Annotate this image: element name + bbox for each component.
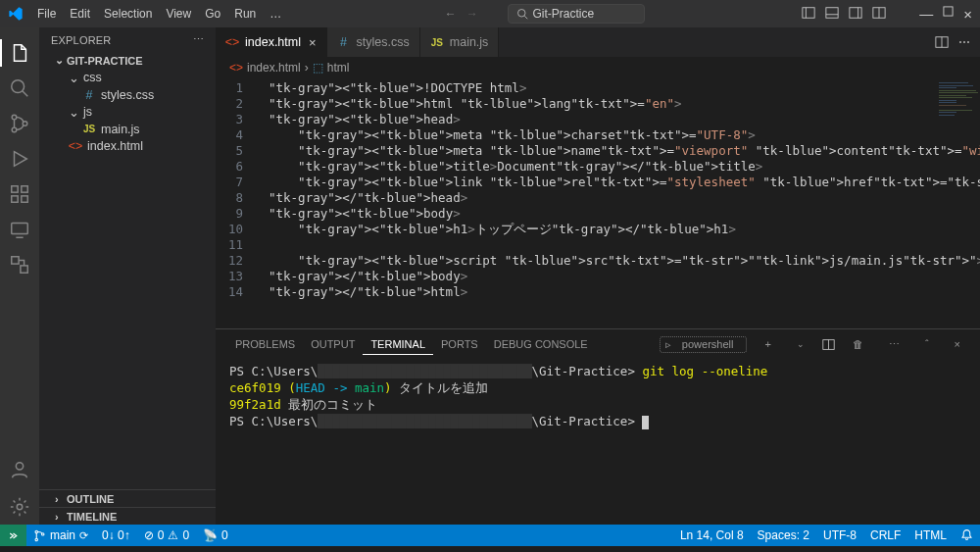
panel-close-icon[interactable]: ×: [947, 334, 968, 354]
status-sync[interactable]: 0↓ 0↑: [95, 525, 137, 546]
status-indent[interactable]: Spaces: 2: [751, 528, 816, 542]
terminal-dropdown-icon[interactable]: ⌄: [789, 335, 812, 353]
panel-tab-debug[interactable]: DEBUG CONSOLE: [486, 334, 596, 354]
window-maximize-icon[interactable]: [943, 6, 954, 17]
term-obscured: █████████████████████████████: [318, 364, 531, 378]
customize-layout-icon[interactable]: [872, 6, 886, 20]
layout-panel-icon[interactable]: [825, 6, 839, 20]
menu-file[interactable]: File: [31, 3, 62, 25]
folder-css[interactable]: ⌄css: [39, 69, 216, 86]
term-cmd: git log --oneline: [642, 364, 767, 378]
svg-rect-2: [803, 7, 814, 18]
menu-edit[interactable]: Edit: [64, 3, 96, 25]
folder-label: css: [83, 71, 102, 84]
breadcrumb-node: html: [327, 61, 350, 75]
command-center[interactable]: Git-Practice: [508, 4, 645, 24]
status-cursor-pos[interactable]: Ln 14, Col 8: [673, 528, 751, 542]
folder-js[interactable]: ⌄js: [39, 103, 216, 121]
term-msg: 最初のコミット: [288, 397, 377, 412]
panel: PROBLEMS OUTPUT TERMINAL PORTS DEBUG CON…: [216, 328, 980, 525]
term-suffix: \Git-Practice>: [532, 364, 635, 378]
project-name: GIT-PRACTICE: [67, 55, 143, 67]
js-file-icon: JS: [82, 124, 96, 134]
window-minimize-icon[interactable]: —: [919, 6, 933, 23]
file-styles-css[interactable]: #styles.css: [39, 86, 216, 103]
activity-search-icon[interactable]: [8, 76, 31, 100]
tab-index-html[interactable]: <>index.html×: [216, 27, 327, 57]
statusbar: main⟳ 0↓ 0↑ ⊘0 ⚠0 📡0 Ln 14, Col 8 Spaces…: [0, 525, 980, 546]
remote-indicator[interactable]: [0, 525, 26, 546]
status-encoding[interactable]: UTF-8: [816, 528, 863, 542]
file-label: styles.css: [101, 88, 154, 102]
breadcrumb-file: index.html: [247, 61, 301, 75]
html-file-icon: <>: [225, 35, 239, 49]
timeline-section[interactable]: ›TIMELINE: [39, 507, 216, 525]
svg-rect-17: [12, 196, 18, 202]
panel-tab-terminal[interactable]: TERMINAL: [363, 334, 433, 355]
file-index-html[interactable]: <>index.html: [39, 137, 216, 154]
file-label: main.js: [101, 123, 140, 136]
activitybar: [0, 27, 39, 525]
svg-rect-6: [850, 7, 861, 18]
menu-selection[interactable]: Selection: [98, 3, 158, 25]
status-problems[interactable]: ⊘0 ⚠0: [137, 525, 196, 546]
panel-tab-ports[interactable]: PORTS: [433, 334, 486, 354]
tab-main-js[interactable]: JSmain.js: [420, 27, 500, 57]
panel-tab-problems[interactable]: PROBLEMS: [227, 334, 303, 354]
panel-tabs: PROBLEMS OUTPUT TERMINAL PORTS DEBUG CON…: [216, 329, 980, 359]
panel-more-icon[interactable]: ⋯: [881, 334, 907, 355]
search-icon: [516, 8, 528, 20]
tab-close-icon[interactable]: ×: [309, 35, 317, 50]
nav-forward-icon[interactable]: →: [466, 7, 478, 21]
split-terminal-icon[interactable]: [822, 338, 835, 351]
term-msg: タイトルを追加: [399, 380, 488, 395]
activity-extensions-icon[interactable]: [8, 182, 31, 206]
minimap[interactable]: [939, 82, 978, 117]
activity-explorer-icon[interactable]: [8, 41, 31, 65]
editor[interactable]: 1234567891011121314 "tk-gray"><"tk-blue"…: [216, 78, 980, 328]
kill-terminal-icon[interactable]: 🗑: [845, 334, 871, 354]
terminal-cursor: [642, 416, 649, 429]
term-suffix: \Git-Practice>: [532, 414, 635, 428]
html-file-icon: <>: [69, 139, 82, 153]
activity-account-icon[interactable]: [8, 458, 31, 481]
activity-ports-icon[interactable]: [8, 253, 31, 276]
js-file-icon: JS: [430, 37, 444, 48]
branch-name: main: [50, 528, 75, 542]
file-tree: ⌄css #styles.css ⌄js JSmain.js <>index.h…: [39, 69, 216, 154]
status-ports[interactable]: 📡0: [196, 525, 235, 546]
svg-point-31: [35, 538, 37, 540]
activity-run-icon[interactable]: [8, 147, 31, 171]
nav-back-icon[interactable]: ←: [445, 7, 457, 21]
file-main-js[interactable]: JSmain.js: [39, 121, 216, 137]
activity-remote-icon[interactable]: [8, 218, 31, 241]
status-language[interactable]: HTML: [907, 528, 954, 542]
split-editor-icon[interactable]: [935, 35, 949, 49]
menu-view[interactable]: View: [160, 3, 197, 25]
new-terminal-icon[interactable]: +: [757, 334, 778, 354]
sidebar-more-icon[interactable]: ⋯: [193, 33, 204, 46]
tab-styles-css[interactable]: #styles.css: [327, 27, 420, 57]
layout-sidebar-left-icon[interactable]: [802, 6, 815, 20]
terminal-shell-label[interactable]: ▹ powershell: [660, 336, 748, 353]
sidebar-project-header[interactable]: ⌄GIT-PRACTICE: [39, 52, 216, 69]
menu-go[interactable]: Go: [199, 3, 226, 25]
status-branch[interactable]: main⟳: [26, 525, 95, 546]
panel-tab-output[interactable]: OUTPUT: [303, 334, 363, 354]
breadcrumb[interactable]: <> index.html › ⬚ html: [216, 57, 980, 78]
status-notifications-icon[interactable]: [954, 528, 980, 541]
chevron-icon: ›: [305, 61, 309, 75]
activity-scm-icon[interactable]: [8, 112, 31, 135]
layout-sidebar-right-icon[interactable]: [849, 6, 862, 20]
outline-section[interactable]: ›OUTLINE: [39, 489, 216, 507]
status-eol[interactable]: CRLF: [863, 528, 907, 542]
term-hash: 99f2a1d: [229, 397, 281, 412]
activity-settings-icon[interactable]: [8, 495, 31, 519]
window-close-icon[interactable]: ×: [963, 6, 972, 23]
tab-more-icon[interactable]: ⋯: [958, 35, 970, 49]
code-content[interactable]: "tk-gray"><"tk-blue">!DOCTYPE html>"tk-g…: [269, 80, 931, 300]
terminal-content[interactable]: PS C:\Users\████████████████████████████…: [216, 359, 980, 525]
menu-run[interactable]: Run: [228, 3, 262, 25]
menu-more[interactable]: …: [264, 3, 287, 25]
panel-maximize-icon[interactable]: ˆ: [917, 334, 937, 354]
